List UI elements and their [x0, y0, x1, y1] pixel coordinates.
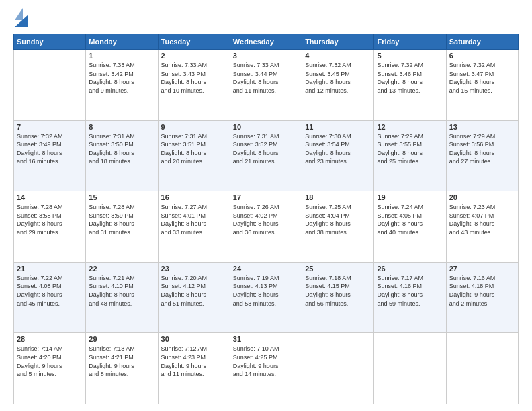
day-info: Sunrise: 7:33 AMSunset: 3:44 PMDaylight:…: [233, 61, 299, 95]
day-number: 20: [449, 193, 515, 201]
day-info: Sunrise: 7:12 AMSunset: 4:23 PMDaylight:…: [161, 345, 227, 378]
calendar: SundayMondayTuesdayWednesdayThursdayFrid…: [13, 34, 519, 404]
day-number: 8: [89, 123, 154, 131]
calendar-cell: 10Sunrise: 7:31 AMSunset: 3:52 PMDayligh…: [230, 120, 302, 191]
day-info: Sunrise: 7:24 AMSunset: 4:05 PMDaylight:…: [377, 203, 443, 236]
calendar-cell: 19Sunrise: 7:24 AMSunset: 4:05 PMDayligh…: [374, 191, 446, 263]
day-info: Sunrise: 7:23 AMSunset: 4:07 PMDaylight:…: [449, 203, 515, 236]
day-info: Sunrise: 7:16 AMSunset: 4:18 PMDaylight:…: [449, 274, 515, 308]
day-number: 13: [449, 123, 515, 131]
weekday-header-thursday: Thursday: [302, 34, 374, 50]
svg-marker-1: [15, 8, 23, 20]
day-info: Sunrise: 7:28 AMSunset: 3:58 PMDaylight:…: [17, 203, 83, 236]
day-number: 22: [89, 265, 154, 273]
day-info: Sunrise: 7:17 AMSunset: 4:16 PMDaylight:…: [377, 274, 443, 308]
day-number: 7: [17, 123, 83, 131]
calendar-cell: 29Sunrise: 7:13 AMSunset: 4:21 PMDayligh…: [86, 333, 158, 404]
calendar-cell: 30Sunrise: 7:12 AMSunset: 4:23 PMDayligh…: [158, 333, 230, 404]
calendar-cell: 5Sunrise: 7:32 AMSunset: 3:46 PMDaylight…: [374, 50, 446, 121]
day-number: 21: [17, 265, 83, 273]
day-number: 6: [449, 52, 515, 60]
calendar-cell: 3Sunrise: 7:33 AMSunset: 3:44 PMDaylight…: [230, 50, 302, 121]
day-number: 30: [161, 335, 227, 343]
calendar-cell: 26Sunrise: 7:17 AMSunset: 4:16 PMDayligh…: [374, 262, 446, 333]
day-number: 3: [233, 52, 299, 60]
calendar-cell: [374, 333, 446, 404]
day-info: Sunrise: 7:30 AMSunset: 3:54 PMDaylight:…: [305, 132, 371, 166]
calendar-cell: 22Sunrise: 7:21 AMSunset: 4:10 PMDayligh…: [86, 262, 158, 333]
day-number: 17: [233, 193, 299, 201]
calendar-cell: 2Sunrise: 7:33 AMSunset: 3:43 PMDaylight…: [158, 50, 230, 121]
calendar-cell: 25Sunrise: 7:18 AMSunset: 4:15 PMDayligh…: [302, 262, 374, 333]
calendar-cell: 23Sunrise: 7:20 AMSunset: 4:12 PMDayligh…: [158, 262, 230, 333]
day-number: 27: [449, 265, 515, 273]
day-info: Sunrise: 7:32 AMSunset: 3:46 PMDaylight:…: [377, 61, 443, 95]
day-info: Sunrise: 7:31 AMSunset: 3:52 PMDaylight:…: [233, 132, 299, 166]
day-info: Sunrise: 7:32 AMSunset: 3:49 PMDaylight:…: [17, 132, 83, 166]
weekday-header-saturday: Saturday: [446, 34, 518, 50]
calendar-cell: 17Sunrise: 7:26 AMSunset: 4:02 PMDayligh…: [230, 191, 302, 263]
calendar-cell: 13Sunrise: 7:29 AMSunset: 3:56 PMDayligh…: [446, 120, 518, 191]
calendar-cell: 11Sunrise: 7:30 AMSunset: 3:54 PMDayligh…: [302, 120, 374, 191]
day-number: 31: [233, 335, 299, 343]
day-number: 25: [305, 265, 371, 273]
week-row-1: 7Sunrise: 7:32 AMSunset: 3:49 PMDaylight…: [14, 120, 519, 191]
logo: [13, 11, 28, 27]
calendar-cell: 15Sunrise: 7:28 AMSunset: 3:59 PMDayligh…: [86, 191, 158, 263]
day-number: 1: [89, 52, 154, 60]
day-info: Sunrise: 7:27 AMSunset: 4:01 PMDaylight:…: [161, 203, 227, 236]
logo-text: [13, 11, 28, 27]
day-info: Sunrise: 7:21 AMSunset: 4:10 PMDaylight:…: [89, 274, 154, 308]
weekday-header-friday: Friday: [374, 34, 446, 50]
day-number: 23: [161, 265, 227, 273]
day-number: 19: [377, 193, 443, 201]
week-row-2: 14Sunrise: 7:28 AMSunset: 3:58 PMDayligh…: [14, 191, 519, 263]
day-info: Sunrise: 7:29 AMSunset: 3:56 PMDaylight:…: [449, 132, 515, 166]
weekday-header-tuesday: Tuesday: [158, 34, 230, 50]
day-info: Sunrise: 7:32 AMSunset: 3:45 PMDaylight:…: [305, 61, 371, 95]
logo-icon: [15, 8, 28, 27]
calendar-cell: 21Sunrise: 7:22 AMSunset: 4:08 PMDayligh…: [14, 262, 86, 333]
calendar-cell: 6Sunrise: 7:32 AMSunset: 3:47 PMDaylight…: [446, 50, 518, 121]
day-info: Sunrise: 7:13 AMSunset: 4:21 PMDaylight:…: [89, 345, 154, 378]
day-info: Sunrise: 7:32 AMSunset: 3:47 PMDaylight:…: [449, 61, 515, 95]
calendar-cell: 4Sunrise: 7:32 AMSunset: 3:45 PMDaylight…: [302, 50, 374, 121]
day-info: Sunrise: 7:14 AMSunset: 4:20 PMDaylight:…: [17, 345, 83, 378]
day-info: Sunrise: 7:33 AMSunset: 3:42 PMDaylight:…: [89, 61, 154, 95]
day-number: 28: [17, 335, 83, 343]
day-info: Sunrise: 7:31 AMSunset: 3:51 PMDaylight:…: [161, 132, 227, 166]
week-row-3: 21Sunrise: 7:22 AMSunset: 4:08 PMDayligh…: [14, 262, 519, 333]
day-info: Sunrise: 7:33 AMSunset: 3:43 PMDaylight:…: [161, 61, 227, 95]
day-number: 29: [89, 335, 154, 343]
calendar-cell: [446, 333, 518, 404]
calendar-cell: [302, 333, 374, 404]
day-info: Sunrise: 7:22 AMSunset: 4:08 PMDaylight:…: [17, 274, 83, 308]
calendar-cell: 16Sunrise: 7:27 AMSunset: 4:01 PMDayligh…: [158, 191, 230, 263]
weekday-header-row: SundayMondayTuesdayWednesdayThursdayFrid…: [14, 34, 519, 50]
header: [13, 11, 519, 27]
day-number: 10: [233, 123, 299, 131]
calendar-cell: 20Sunrise: 7:23 AMSunset: 4:07 PMDayligh…: [446, 191, 518, 263]
weekday-header-monday: Monday: [86, 34, 158, 50]
calendar-cell: 14Sunrise: 7:28 AMSunset: 3:58 PMDayligh…: [14, 191, 86, 263]
calendar-cell: 8Sunrise: 7:31 AMSunset: 3:50 PMDaylight…: [86, 120, 158, 191]
weekday-header-sunday: Sunday: [14, 34, 86, 50]
calendar-cell: 27Sunrise: 7:16 AMSunset: 4:18 PMDayligh…: [446, 262, 518, 333]
day-number: 24: [233, 265, 299, 273]
day-info: Sunrise: 7:18 AMSunset: 4:15 PMDaylight:…: [305, 274, 371, 308]
weekday-header-wednesday: Wednesday: [230, 34, 302, 50]
calendar-cell: 28Sunrise: 7:14 AMSunset: 4:20 PMDayligh…: [14, 333, 86, 404]
calendar-cell: 12Sunrise: 7:29 AMSunset: 3:55 PMDayligh…: [374, 120, 446, 191]
day-number: 18: [305, 193, 371, 201]
day-number: 26: [377, 265, 443, 273]
day-number: 14: [17, 193, 83, 201]
day-number: 2: [161, 52, 227, 60]
calendar-cell: 1Sunrise: 7:33 AMSunset: 3:42 PMDaylight…: [86, 50, 158, 121]
day-info: Sunrise: 7:25 AMSunset: 4:04 PMDaylight:…: [305, 203, 371, 236]
day-info: Sunrise: 7:19 AMSunset: 4:13 PMDaylight:…: [233, 274, 299, 308]
day-info: Sunrise: 7:20 AMSunset: 4:12 PMDaylight:…: [161, 274, 227, 308]
calendar-cell: [14, 50, 86, 121]
day-info: Sunrise: 7:10 AMSunset: 4:25 PMDaylight:…: [233, 345, 299, 378]
day-info: Sunrise: 7:28 AMSunset: 3:59 PMDaylight:…: [89, 203, 154, 236]
day-number: 15: [89, 193, 154, 201]
